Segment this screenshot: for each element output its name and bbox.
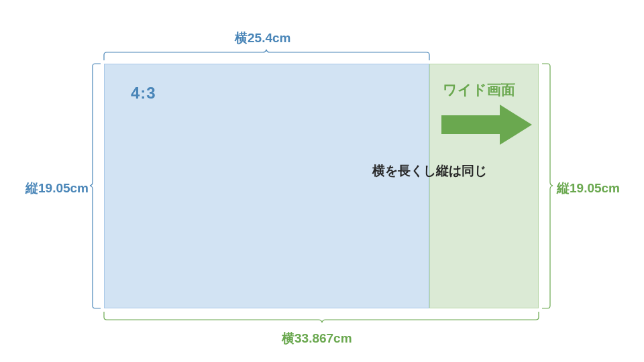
label-description: 横を長くし縦は同じ: [372, 162, 487, 180]
label-wide-screen: ワイド画面: [443, 80, 515, 99]
brace-bottom: [104, 312, 539, 322]
label-ratio-4-3: 4:3: [131, 84, 156, 103]
label-height-left: 縦19.05cm: [25, 180, 89, 197]
label-width-top: 横25.4cm: [235, 29, 290, 47]
brace-right: [542, 64, 553, 308]
brace-top: [104, 50, 429, 60]
box-wide: [429, 64, 539, 308]
label-height-right: 縦19.05cm: [557, 180, 620, 197]
diagram-stage: 4:3 ワイド画面 横を長くし縦は同じ 横25.4cm 縦19.05cm 縦19…: [0, 0, 644, 362]
label-width-bottom: 横33.867cm: [282, 330, 352, 347]
brace-left: [90, 64, 101, 308]
